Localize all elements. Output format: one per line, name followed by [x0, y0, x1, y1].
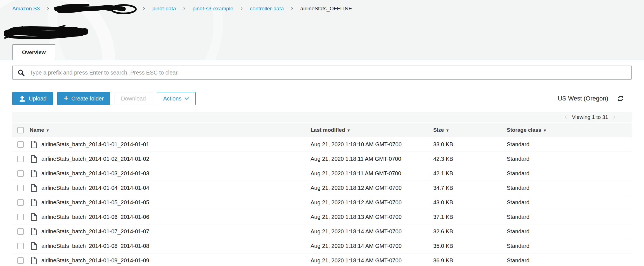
tab-overview-label: Overview — [22, 49, 46, 56]
object-list: airlineStats_batch_2014-01-01_2014-01-01… — [12, 137, 632, 266]
previous-page-icon[interactable]: ‹ — [565, 113, 567, 120]
select-all-cell — [12, 127, 27, 133]
last-modified-cell: Aug 21, 2020 1:18:14 AM GMT-0700 — [311, 243, 433, 249]
s3-console-page: Amazon S3 › › pinot-data › pinot-s3-exam… — [0, 0, 644, 266]
breadcrumb-pinot-data[interactable]: pinot-data — [152, 6, 176, 12]
size-cell: 36.9 KB — [433, 257, 507, 264]
column-last-modified-label: Last modified — [311, 127, 345, 133]
file-icon — [31, 198, 37, 207]
actions-button[interactable]: Actions — [157, 92, 196, 105]
refresh-button[interactable] — [617, 95, 624, 102]
column-name-label: Name — [30, 127, 44, 133]
sort-by-storage-class[interactable]: Storage class ▾ — [507, 127, 546, 133]
row-checkbox-cell — [12, 185, 27, 191]
table-row: airlineStats_batch_2014-01-03_2014-01-03… — [12, 166, 632, 181]
file-icon — [31, 227, 37, 236]
row-checkbox-cell — [12, 214, 27, 220]
object-name-link[interactable]: airlineStats_batch_2014-01-07_2014-01-07 — [41, 228, 149, 235]
row-checkbox[interactable] — [17, 257, 24, 264]
column-size-label: Size — [433, 127, 444, 133]
table-row: airlineStats_batch_2014-01-06_2014-01-06… — [12, 210, 632, 224]
toolbar-right: US West (Oregon) — [558, 95, 632, 102]
file-icon — [31, 169, 37, 178]
row-checkbox[interactable] — [17, 243, 24, 249]
tab-overview[interactable]: Overview — [12, 44, 55, 60]
file-icon — [31, 213, 37, 221]
sort-caret-icon: ▾ — [47, 128, 49, 133]
storage-class-cell: Standard — [507, 214, 632, 220]
size-cell: 33.0 KB — [433, 141, 507, 148]
breadcrumb-controller-data[interactable]: controller-data — [250, 6, 284, 12]
object-name-cell: airlineStats_batch_2014-01-03_2014-01-03 — [27, 169, 311, 178]
last-modified-cell: Aug 21, 2020 1:18:11 AM GMT-0700 — [311, 156, 433, 162]
chevron-right-icon: › — [183, 5, 185, 11]
row-checkbox[interactable] — [17, 156, 24, 162]
breadcrumb-pinot-s3-example[interactable]: pinot-s3-example — [193, 6, 233, 12]
last-modified-cell: Aug 21, 2020 1:18:13 AM GMT-0700 — [311, 214, 433, 220]
object-name-link[interactable]: airlineStats_batch_2014-01-05_2014-01-05 — [41, 199, 149, 206]
create-folder-button[interactable]: + Create folder — [57, 92, 110, 105]
redacted-bucket-breadcrumb — [54, 2, 138, 15]
object-name-cell: airlineStats_batch_2014-01-04_2014-01-04 — [27, 184, 311, 192]
object-name-link[interactable]: airlineStats_batch_2014-01-04_2014-01-04 — [41, 185, 149, 191]
table-row: airlineStats_batch_2014-01-07_2014-01-07… — [12, 224, 632, 239]
row-checkbox-cell — [12, 156, 27, 162]
storage-class-cell: Standard — [507, 199, 632, 206]
row-checkbox-cell — [12, 199, 27, 206]
chevron-right-icon: › — [47, 5, 49, 11]
object-name-cell: airlineStats_batch_2014-01-07_2014-01-07 — [27, 227, 311, 236]
toolbar: Upload + Create folder Download Actions … — [12, 92, 632, 105]
object-name-cell: airlineStats_batch_2014-01-08_2014-01-08 — [27, 242, 311, 250]
refresh-icon — [617, 95, 624, 102]
sort-by-name[interactable]: Name ▾ — [30, 127, 49, 133]
upload-button[interactable]: Upload — [12, 92, 53, 105]
download-button[interactable]: Download — [115, 92, 152, 105]
search-icon — [17, 69, 25, 76]
last-modified-cell: Aug 21, 2020 1:18:10 AM GMT-0700 — [311, 141, 433, 148]
row-checkbox[interactable] — [17, 214, 24, 220]
object-name-link[interactable]: airlineStats_batch_2014-01-02_2014-01-02 — [41, 156, 149, 162]
row-checkbox-cell — [12, 141, 27, 148]
chevron-right-icon: › — [291, 5, 293, 11]
next-page-icon[interactable]: › — [613, 113, 615, 120]
last-modified-cell: Aug 21, 2020 1:18:11 AM GMT-0700 — [311, 170, 433, 177]
object-name-cell: airlineStats_batch_2014-01-02_2014-01-02 — [27, 155, 311, 163]
row-checkbox[interactable] — [17, 141, 24, 148]
sort-by-last-modified[interactable]: Last modified ▾ — [311, 127, 350, 133]
object-name-link[interactable]: airlineStats_batch_2014-01-08_2014-01-08 — [41, 243, 149, 249]
row-checkbox[interactable] — [17, 170, 24, 177]
size-cell: 35.0 KB — [433, 243, 507, 249]
object-name-cell: airlineStats_batch_2014-01-09_2014-01-09 — [27, 257, 311, 265]
download-button-label: Download — [121, 95, 146, 102]
breadcrumb-amazon-s3[interactable]: Amazon S3 — [12, 6, 40, 12]
sort-by-size[interactable]: Size ▾ — [433, 127, 449, 133]
upload-icon — [19, 95, 26, 102]
sort-caret-icon: ▾ — [348, 128, 350, 133]
object-name-cell: airlineStats_batch_2014-01-01_2014-01-01 — [27, 140, 311, 148]
select-all-checkbox[interactable] — [17, 127, 24, 133]
table-row: airlineStats_batch_2014-01-02_2014-01-02… — [12, 152, 632, 166]
object-name-link[interactable]: airlineStats_batch_2014-01-06_2014-01-06 — [41, 214, 149, 220]
storage-class-cell: Standard — [507, 141, 632, 148]
column-header-size: Size ▾ — [433, 127, 507, 133]
sort-caret-icon: ▾ — [544, 128, 546, 133]
size-cell: 37.1 KB — [433, 214, 507, 220]
object-name-link[interactable]: airlineStats_batch_2014-01-09_2014-01-09 — [41, 257, 149, 264]
file-icon — [31, 257, 37, 265]
chevron-right-icon: › — [240, 5, 242, 11]
row-checkbox[interactable] — [17, 199, 24, 206]
page-header: Amazon S3 › › pinot-data › pinot-s3-exam… — [0, 0, 644, 60]
search-input[interactable] — [29, 69, 627, 76]
object-name-link[interactable]: airlineStats_batch_2014-01-03_2014-01-03 — [41, 170, 149, 177]
column-header-storage-class: Storage class ▾ — [507, 127, 632, 133]
object-name-cell: airlineStats_batch_2014-01-05_2014-01-05 — [27, 198, 311, 207]
table-row: airlineStats_batch_2014-01-04_2014-01-04… — [12, 181, 632, 195]
row-checkbox[interactable] — [17, 228, 24, 235]
object-name-link[interactable]: airlineStats_batch_2014-01-01_2014-01-01 — [41, 141, 149, 148]
row-checkbox[interactable] — [17, 185, 24, 191]
region-label: US West (Oregon) — [558, 95, 608, 102]
size-cell: 43.0 KB — [433, 199, 507, 206]
file-icon — [31, 140, 37, 148]
table-row: airlineStats_batch_2014-01-09_2014-01-09… — [12, 253, 632, 266]
chevron-right-icon: › — [143, 5, 145, 11]
